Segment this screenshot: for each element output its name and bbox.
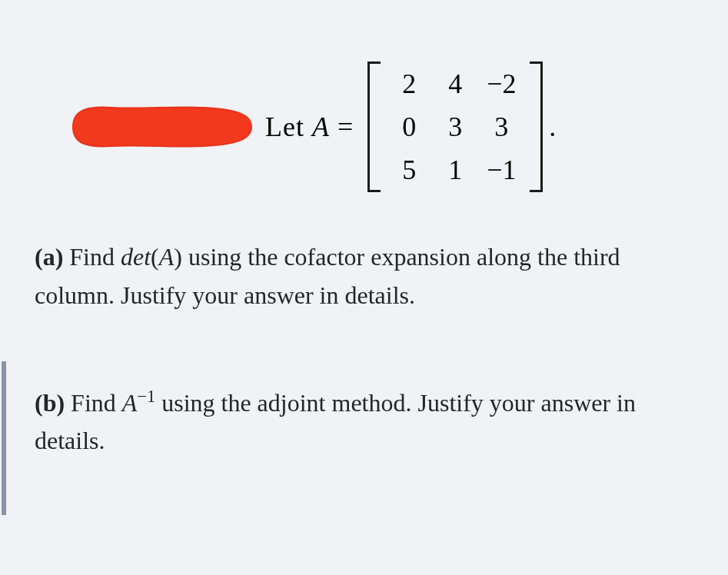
- vertical-accent-bar: [2, 361, 6, 515]
- det-function: det: [121, 243, 151, 271]
- matrix-definition-row: Let A = 2 4 −2 0 3 3 5 1 −1 .: [35, 61, 693, 192]
- paren-A: (A): [151, 243, 182, 271]
- matrix-cell: 2: [402, 68, 416, 100]
- period: .: [549, 111, 556, 143]
- left-bracket: [367, 61, 383, 192]
- matrix-A: 2 4 −2 0 3 3 5 1 −1: [367, 61, 543, 192]
- redaction-mark: [50, 100, 258, 154]
- question-a: (a) Find det(A) using the cofactor expan…: [35, 238, 693, 314]
- var-A-inverse: A−1: [122, 389, 155, 417]
- matrix-cell: 0: [402, 111, 416, 143]
- exponent-neg1: −1: [137, 387, 155, 406]
- matrix-cell: 5: [402, 154, 416, 186]
- equals-sign: =: [330, 111, 354, 142]
- var-A: A: [159, 243, 175, 271]
- matrix-cell: 4: [448, 68, 462, 100]
- part-label-a: (a): [35, 243, 63, 271]
- matrix-cell: −2: [487, 68, 516, 100]
- let-text: Let: [265, 111, 312, 142]
- matrix-cell: 3: [494, 111, 508, 143]
- matrix-grid: 2 4 −2 0 3 3 5 1 −1: [383, 62, 527, 191]
- matrix-cell: 3: [448, 111, 462, 143]
- matrix-cell: −1: [487, 154, 516, 186]
- matrix-name-A: A: [312, 111, 330, 142]
- matrix-cell: 1: [448, 154, 462, 186]
- part-label-b: (b): [35, 389, 65, 417]
- var-A-base: A: [122, 389, 138, 417]
- right-bracket: [527, 61, 543, 192]
- question-b: (b) Find A−1 using the adjoint method. J…: [35, 384, 693, 460]
- qb-text-1: Find: [65, 389, 122, 417]
- let-a-equals: Let A =: [265, 111, 354, 143]
- qa-text-1: Find: [63, 243, 121, 271]
